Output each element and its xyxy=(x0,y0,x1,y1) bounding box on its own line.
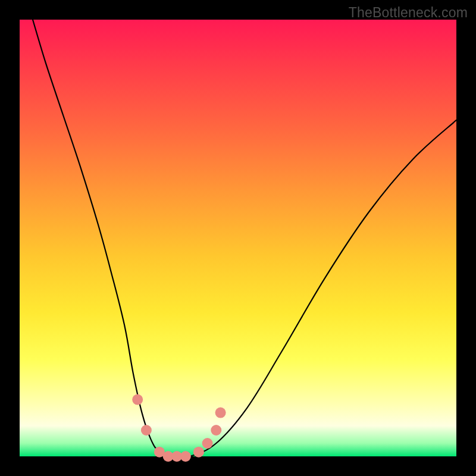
plot-area xyxy=(20,20,456,456)
bottleneck-curve xyxy=(33,20,456,458)
watermark-text: TheBottleneck.com xyxy=(349,5,468,21)
highlight-points xyxy=(132,394,226,462)
marker-point xyxy=(202,438,213,449)
chart-svg xyxy=(20,20,456,456)
marker-point xyxy=(211,425,221,436)
marker-point xyxy=(141,425,152,436)
chart-frame: TheBottleneck.com xyxy=(0,0,476,476)
marker-point xyxy=(193,447,204,458)
marker-point xyxy=(215,408,226,418)
marker-point xyxy=(132,394,143,405)
marker-point xyxy=(180,451,191,462)
